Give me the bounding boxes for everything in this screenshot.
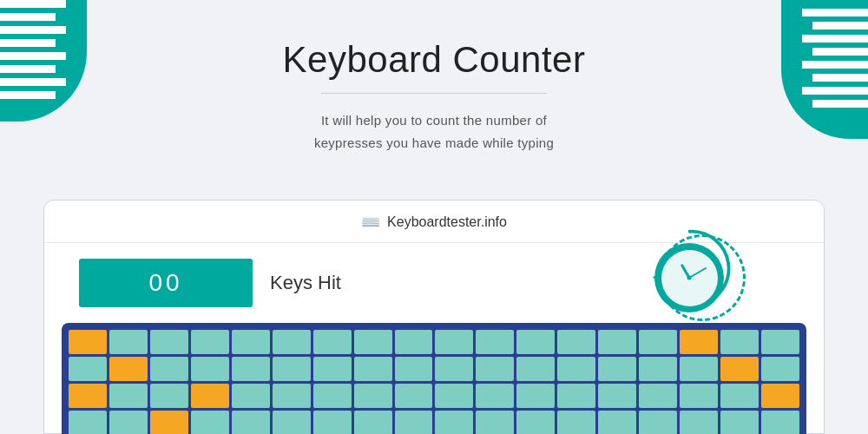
keyboard-row-3 xyxy=(69,384,799,408)
key xyxy=(150,411,188,434)
key xyxy=(69,384,107,408)
key xyxy=(680,384,718,408)
key xyxy=(720,357,759,381)
key xyxy=(761,357,799,381)
counter-row: 00 Keys Hit xyxy=(44,243,824,316)
header-subtitle: It will help you to count the number of … xyxy=(0,109,868,154)
key xyxy=(639,411,677,434)
key xyxy=(557,330,595,354)
key xyxy=(761,411,799,434)
key xyxy=(69,330,107,354)
clock-minute-hand xyxy=(689,267,707,279)
key xyxy=(191,357,229,381)
clock-inner xyxy=(661,250,718,306)
key xyxy=(516,330,555,354)
key xyxy=(395,411,433,434)
key xyxy=(395,384,433,408)
key xyxy=(150,384,188,408)
key xyxy=(557,357,595,381)
key xyxy=(516,411,555,434)
key xyxy=(109,411,148,434)
key xyxy=(313,330,352,354)
key xyxy=(273,384,311,408)
key xyxy=(395,330,433,354)
key xyxy=(720,384,759,408)
key xyxy=(69,357,107,381)
key xyxy=(232,330,270,354)
key xyxy=(354,411,392,434)
keyboard-icon: ⌨️ xyxy=(361,213,380,232)
main-card: ⌨️ Keyboardtester.info 00 Keys Hit xyxy=(43,200,825,434)
keyboard-row-1 xyxy=(69,330,799,354)
key xyxy=(435,411,473,434)
key xyxy=(476,357,514,381)
key xyxy=(639,330,677,354)
key xyxy=(69,411,107,434)
key xyxy=(598,357,636,381)
key xyxy=(680,411,718,434)
key xyxy=(191,330,229,354)
page-title: Keyboard Counter xyxy=(0,39,868,81)
clock-decoration xyxy=(650,234,746,330)
header-section: Keyboard Counter It will help you to cou… xyxy=(0,0,868,154)
key xyxy=(435,357,473,381)
clock-center-dot xyxy=(687,276,692,280)
key xyxy=(232,384,270,408)
key xyxy=(557,411,595,434)
key xyxy=(557,384,595,408)
key xyxy=(761,330,799,354)
key xyxy=(476,384,514,408)
key xyxy=(354,357,392,381)
corner-decoration-tr xyxy=(781,0,868,139)
key xyxy=(516,384,555,408)
key xyxy=(150,330,188,354)
key xyxy=(109,357,148,381)
key xyxy=(639,357,677,381)
key xyxy=(232,411,270,434)
keyboard-row-4 xyxy=(69,411,799,434)
key xyxy=(191,411,229,434)
key xyxy=(232,357,270,381)
key xyxy=(313,384,352,408)
key xyxy=(639,384,677,408)
key xyxy=(598,411,636,434)
key xyxy=(598,384,636,408)
key xyxy=(761,384,799,408)
site-name: Keyboardtester.info xyxy=(387,214,507,230)
key xyxy=(273,330,311,354)
clock-face xyxy=(654,243,724,312)
key xyxy=(313,357,352,381)
key xyxy=(354,330,392,354)
key xyxy=(435,384,473,408)
key xyxy=(313,411,352,434)
keyboard-illustration xyxy=(62,323,806,434)
key xyxy=(273,357,311,381)
corner-decoration-tl xyxy=(0,0,87,122)
key xyxy=(516,357,555,381)
key xyxy=(395,357,433,381)
key xyxy=(680,330,718,354)
key xyxy=(109,384,148,408)
key xyxy=(150,357,188,381)
key xyxy=(476,330,514,354)
key xyxy=(435,330,473,354)
key xyxy=(720,330,759,354)
counter-display: 00 xyxy=(79,259,253,307)
key xyxy=(598,330,636,354)
keys-hit-label: Keys Hit xyxy=(270,272,341,294)
key xyxy=(109,330,148,354)
key xyxy=(476,411,514,434)
key xyxy=(720,411,759,434)
key xyxy=(191,384,229,408)
key xyxy=(680,357,718,381)
key xyxy=(354,384,392,408)
title-divider xyxy=(321,93,547,94)
keyboard-row-2 xyxy=(69,357,799,381)
key xyxy=(273,411,311,434)
